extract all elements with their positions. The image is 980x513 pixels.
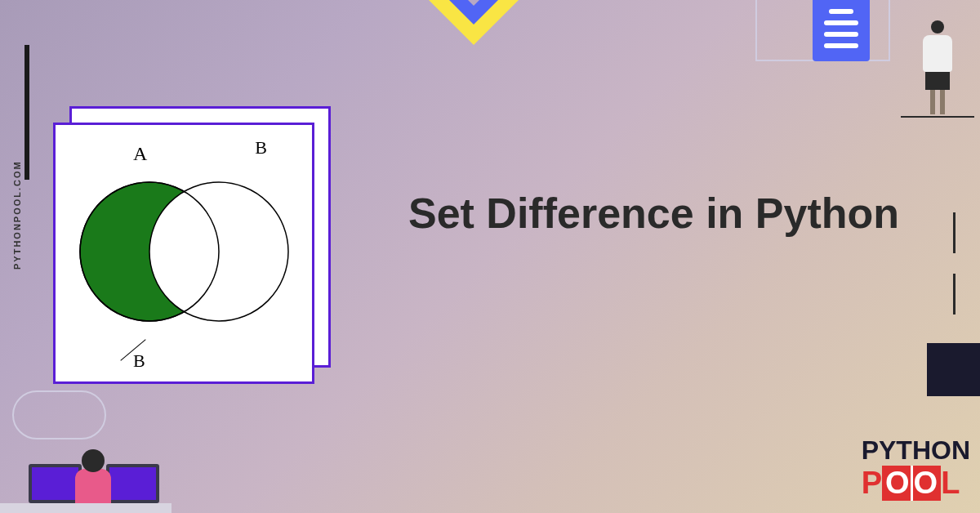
logo-letter-l: L (941, 466, 960, 501)
desk-illustration (0, 390, 180, 513)
venn-diagram-card: A B B (53, 123, 314, 384)
logo-letter-p: P (862, 466, 882, 501)
venn-diagram-svg (72, 174, 301, 337)
right-dark-block (927, 343, 980, 396)
right-tick-2 (953, 274, 956, 314)
site-url-label: PYTHONPOOL.COM (12, 160, 22, 270)
python-pool-logo: PYTHON P O O L (862, 435, 970, 501)
right-tick-1 (953, 212, 956, 253)
venn-label-b: B (255, 137, 267, 158)
page-title: Set Difference in Python (408, 188, 899, 239)
venn-label-a: A (133, 143, 147, 165)
person-illustration (913, 20, 962, 127)
venn-label-b-lower: B (133, 350, 145, 372)
logo-top-line: PYTHON (862, 435, 970, 466)
left-accent-bar (24, 45, 29, 180)
logo-letters-oo: O O (882, 466, 941, 501)
menu-icon (813, 0, 870, 61)
